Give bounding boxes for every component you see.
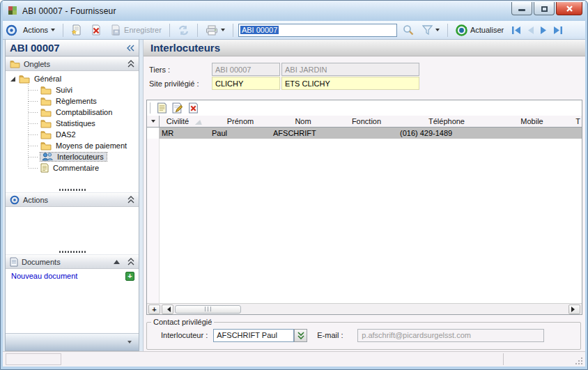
tree-item-label: Général: [33, 75, 63, 83]
tree-item-label: DAS2: [54, 130, 77, 139]
tree-item-label: Comptabilisation: [54, 108, 114, 116]
column-header-telecopie[interactable]: T: [568, 117, 582, 125]
window-title: ABI 00007 - Fournisseur: [22, 6, 511, 16]
filter-button[interactable]: [419, 24, 442, 36]
contacts-icon: [42, 153, 53, 161]
scroll-right-button[interactable]: [568, 305, 580, 314]
splitter-handle[interactable]: [6, 187, 139, 192]
collapse-up-icon[interactable]: [127, 258, 134, 265]
nav-previous-button[interactable]: [526, 26, 535, 35]
section-header-actions[interactable]: Actions: [6, 192, 139, 207]
site-name-field[interactable]: ETS CLICHY: [281, 77, 419, 90]
tree-item-suivi[interactable]: Suivi: [40, 84, 139, 95]
tree-expander-icon[interactable]: [10, 76, 16, 82]
refresh-button[interactable]: [175, 24, 192, 37]
column-header-fonction[interactable]: Fonction: [335, 117, 398, 125]
status-pane-left: [6, 353, 61, 365]
folder-icon: [40, 86, 52, 95]
resize-grip[interactable]: [575, 357, 582, 364]
separator: [447, 24, 448, 37]
scroll-left-button[interactable]: [162, 305, 173, 314]
horizontal-scrollbar[interactable]: +: [147, 303, 582, 314]
search-value: ABI 00007: [240, 26, 279, 34]
tree-item-commentaire[interactable]: Commentaire: [40, 162, 139, 174]
sidebar-bottom-bar[interactable]: [6, 333, 139, 350]
tree-item-comptabilisation[interactable]: Comptabilisation: [40, 107, 139, 118]
add-document-button[interactable]: +: [125, 272, 134, 281]
section-header-onglets[interactable]: Onglets: [6, 56, 139, 71]
target-icon: [10, 195, 20, 205]
title-bar[interactable]: ABI 00007 - Fournisseur: [3, 1, 585, 21]
spacer: [6, 207, 139, 249]
nav-first-button[interactable]: [511, 26, 522, 35]
separator: [63, 24, 63, 37]
actions-button[interactable]: Actions: [20, 24, 58, 36]
grid-add-quick-button[interactable]: +: [148, 305, 160, 314]
interlocuteurs-grid: Civilité Prénom Nom Fonction Téléphone M…: [146, 100, 582, 315]
new-record-button[interactable]: [68, 23, 85, 37]
tree-item-interlocuteurs[interactable]: Interlocuteurs: [40, 151, 139, 162]
grid-menu-cell[interactable]: [147, 116, 160, 127]
separator: [233, 24, 233, 37]
separator: [150, 102, 150, 114]
save-button[interactable]: Enregistrer: [107, 23, 164, 37]
interlocuteur-select[interactable]: AFSCHRIFT Paul: [213, 329, 294, 342]
contact-privilegie-group: Contact privilégié Interlocuteur : AFSCH…: [146, 318, 581, 350]
column-header-nom[interactable]: Nom: [271, 117, 335, 125]
tree-item-general[interactable]: Général: [10, 73, 139, 84]
column-header-mobile[interactable]: Mobile: [495, 117, 568, 125]
site-privilegie-label: Site privilégié :: [149, 79, 212, 88]
onglets-tree: Général Suivi Règlements Comptabilisatio…: [6, 71, 139, 174]
actualiser-label: Actualiser: [470, 26, 504, 34]
search-button[interactable]: [400, 23, 417, 37]
collapse-up-icon[interactable]: [127, 196, 134, 203]
sidebar: ABI 00007 Onglets: [5, 40, 139, 351]
tree-item-statistiques[interactable]: Statistiques: [40, 118, 139, 129]
minimize-icon: [518, 9, 525, 11]
separator: [169, 24, 170, 37]
column-header-civilite[interactable]: Civilité: [160, 117, 210, 125]
grid-delete-button[interactable]: [188, 102, 199, 114]
section-header-documents[interactable]: Documents: [6, 254, 139, 269]
actualiser-button[interactable]: Actualiser: [453, 23, 506, 38]
sidebar-header: ABI 00007: [6, 40, 139, 56]
delete-record-button[interactable]: [88, 23, 105, 37]
restore-button[interactable]: [534, 2, 555, 15]
nav-next-button[interactable]: [539, 26, 548, 35]
tree-item-das2[interactable]: DAS2: [40, 129, 139, 140]
folder-icon: [40, 108, 52, 117]
arrow-left-icon: [164, 307, 171, 312]
add-row-icon: [157, 102, 167, 114]
column-header-telephone[interactable]: Téléphone: [398, 117, 495, 125]
splitter-handle[interactable]: [6, 249, 139, 254]
window-body: ABI 00007 Onglets: [3, 40, 585, 351]
new-record-icon: [71, 24, 82, 36]
scrollbar-thumb[interactable]: [175, 305, 241, 314]
scroll-up-icon[interactable]: [114, 260, 120, 264]
folder-icon: [10, 60, 20, 68]
close-button[interactable]: [556, 2, 582, 15]
search-input[interactable]: ABI 00007: [238, 24, 397, 37]
interlocuteur-dropdown-button[interactable]: [294, 329, 307, 342]
collapse-left-icon[interactable]: [127, 45, 134, 52]
nav-last-button[interactable]: [552, 26, 564, 35]
tree-item-moyens-de-paiement[interactable]: Moyens de paiement: [40, 140, 139, 151]
edit-row-icon: [172, 102, 183, 114]
grid-header-row: Civilité Prénom Nom Fonction Téléphone M…: [147, 116, 582, 128]
table-row[interactable]: MR Paul AFSCHRIFT (016) 429-1489: [147, 128, 582, 139]
chevron-down-icon: [221, 29, 225, 33]
column-header-prenom[interactable]: Prénom: [210, 117, 271, 125]
tree-item-reglements[interactable]: Règlements: [40, 95, 139, 107]
grid-add-button[interactable]: [157, 102, 167, 114]
restore-icon: [541, 6, 548, 12]
site-code-field[interactable]: CLICHY: [212, 77, 280, 90]
new-document-link[interactable]: Nouveau document: [11, 272, 125, 280]
print-button[interactable]: [203, 24, 228, 37]
row-selector[interactable]: [147, 128, 160, 139]
minimize-button[interactable]: [511, 2, 532, 15]
collapse-up-icon[interactable]: [127, 60, 134, 68]
grid-edit-button[interactable]: [172, 102, 183, 114]
new-document-row: Nouveau document +: [6, 269, 139, 282]
grid-toolbar: [147, 100, 582, 116]
folder-icon: [40, 97, 52, 106]
